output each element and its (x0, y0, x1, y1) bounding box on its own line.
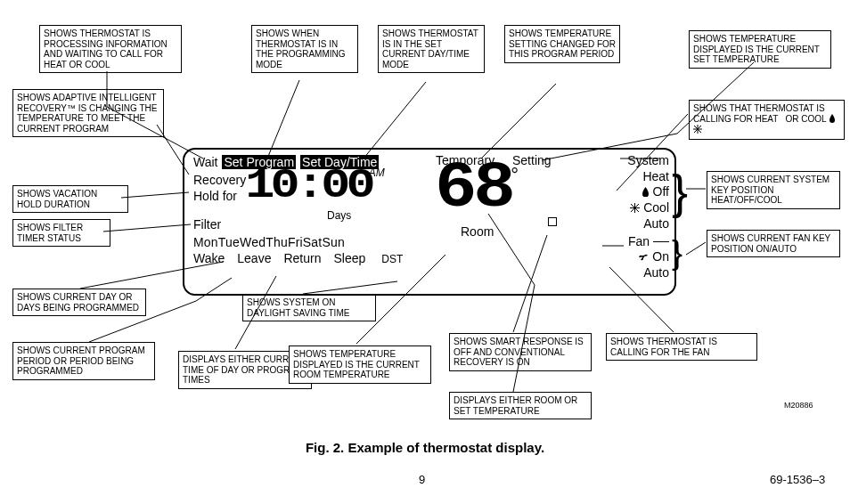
lcd-wait: Wait (193, 155, 217, 169)
callout-displays-room-or-set: DISPLAYS EITHER ROOM OR SET TEMPERATURE (449, 392, 592, 419)
lcd-system-title: System (627, 153, 669, 169)
lcd-filter: Filter (193, 217, 221, 232)
flame-icon (829, 114, 836, 126)
lcd-time: 10:00 (245, 166, 372, 207)
lcd-system-heat: Heat (627, 169, 669, 185)
page-number: 9 (419, 474, 425, 487)
callout-fan-key-pos: SHOWS CURRENT FAN KEY POSITION ON/AUTO (707, 230, 840, 257)
lcd-room: Room (461, 224, 494, 239)
figure-caption: Fig. 2. Example of thermostat display. (0, 440, 850, 455)
brace-system-icon: } (672, 167, 688, 215)
lcd-system-off: Off (653, 184, 669, 199)
lcd-fan-title: Fan (628, 234, 650, 248)
fan-icon (638, 250, 649, 266)
lcd-hold-for: Hold for (193, 189, 237, 203)
lcd-period-sleep: Sleep (333, 251, 365, 265)
lcd-ampm: AM (369, 167, 385, 179)
snowflake-icon (693, 125, 702, 136)
callout-current-period: SHOWS CURRENT PROGRAM PERIOD OR PERIOD B… (12, 342, 155, 380)
callout-displayed-set-temp: SHOWS TEMPERATURE DISPLAYED IS THE CURRE… (689, 30, 831, 69)
lcd-dst: DST (381, 254, 403, 266)
part-number: M20886 (784, 401, 813, 410)
page: SHOWS THERMOSTAT IS PROCESSING INFORMATI… (0, 0, 850, 504)
callout-smart-response-off: SHOWS SMART RESPONSE IS OFF AND CONVENTI… (449, 333, 592, 371)
callout-calling-fan: SHOWS THERMOSTAT IS CALLING FOR THE FAN (606, 333, 757, 361)
callout-calling-heat-cool: SHOWS THAT THERMOSTAT IS CALLING FOR HEA… (689, 100, 845, 140)
lcd-system-cool: Cool (643, 200, 669, 215)
lcd-period-wake: Wake (193, 251, 225, 265)
flame-icon (642, 185, 650, 201)
lcd-system-fan-column: System Heat Off Cool Auto Fan On Auto (627, 153, 669, 281)
lcd-panel: Wait Set Program Set Day/Time Recovery H… (183, 148, 676, 296)
doc-number: 69-1536–3 (770, 474, 825, 487)
callout-dst: SHOWS SYSTEM ON DAYLIGHT SAVING TIME (242, 294, 376, 321)
callout-processing: SHOWS THERMOSTAT IS PROCESSING INFORMATI… (39, 25, 182, 73)
callout-temp-setting-changed: SHOWS TEMPERATURE SETTING CHANGED FOR TH… (504, 25, 620, 63)
indicator-square-icon (548, 217, 557, 226)
lcd-days-of-week: MonTueWedThuFriSatSun (193, 235, 666, 249)
brace-fan-icon: } (672, 237, 682, 269)
lcd-period-return: Return (283, 251, 321, 265)
callout-adaptive-recovery: SHOWS ADAPTIVE INTELLIGENT RECOVERY™ IS … (12, 89, 164, 137)
lcd-temp: 68 (435, 160, 511, 218)
lcd-degree: ° (511, 164, 519, 186)
callout-system-key-pos: SHOWS CURRENT SYSTEM KEY POSITION HEAT/O… (707, 171, 840, 209)
callout-displayed-room-temp: SHOWS TEMPERATURE DISPLAYED IS THE CURRE… (289, 345, 431, 384)
lcd-recovery: Recovery (193, 173, 246, 187)
callout-filter-timer: SHOWS FILTER TIMER STATUS (12, 219, 110, 247)
callout-current-day: SHOWS CURRENT DAY OR DAYS BEING PROGRAMM… (12, 289, 146, 316)
snowflake-icon (630, 201, 640, 217)
lcd-fan-on: On (652, 249, 669, 264)
lcd-days-label: Days (327, 210, 351, 223)
callout-set-daytime-mode: SHOWS THERMOSTAT IS IN THE SET CURRENT D… (378, 25, 485, 73)
callout-vacation-hold: SHOWS VACATION HOLD DURATION (12, 185, 128, 213)
lcd-system-auto: Auto (627, 216, 669, 232)
lcd-period-leave: Leave (237, 251, 271, 265)
callout-programming-mode: SHOWS WHEN THERMOSTAT IS IN THE PROGRAMM… (251, 25, 358, 73)
lcd-fan-auto: Auto (627, 265, 669, 281)
callout-calling-heat-cool-text: SHOWS THAT THERMOSTAT IS CALLING FOR HEA… (693, 103, 826, 124)
